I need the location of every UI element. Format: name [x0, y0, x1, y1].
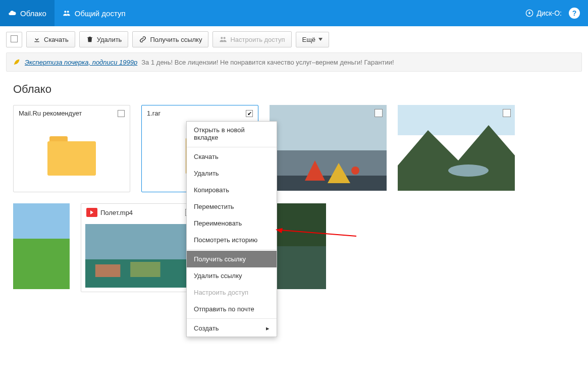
svg-point-10: [351, 167, 359, 175]
get-link-button[interactable]: Получить ссылку: [132, 31, 208, 47]
download-icon: [33, 35, 41, 43]
svg-rect-11: [398, 105, 515, 135]
svg-point-1: [67, 11, 69, 13]
svg-rect-15: [13, 239, 70, 289]
tile-video[interactable]: Полет.mp4: [81, 203, 198, 292]
tile-image-mountains[interactable]: [398, 105, 515, 192]
video-badge-icon: [86, 208, 97, 217]
tile-recommend-checkbox[interactable]: [118, 110, 125, 117]
thumb-mountains: [398, 105, 515, 191]
file-grid: Mail.Ru рекомендует 1.rar: [0, 105, 588, 292]
download-circle-icon: [525, 9, 533, 17]
trash-icon: [86, 35, 94, 43]
link-icon: [139, 35, 147, 43]
ad-banner: Экспертиза почерка, подписи 1999р За 1 д…: [6, 52, 582, 72]
ctx-get-link[interactable]: Получить ссылку: [187, 251, 277, 267]
tab-shared[interactable]: Общий доступ: [55, 0, 134, 26]
ctx-rename[interactable]: Переименовать: [187, 215, 277, 232]
tile-video-name: Полет.mp4: [86, 208, 133, 217]
disk-o-label: Диск-О:: [537, 9, 562, 17]
get-link-label: Получить ссылку: [150, 36, 202, 43]
svg-rect-5: [270, 105, 387, 150]
ctx-access[interactable]: Настроить доступ: [187, 284, 277, 292]
caret-down-icon: [318, 38, 323, 41]
ctx-move[interactable]: Переместить: [187, 198, 277, 215]
thumb-aerial: [85, 224, 193, 288]
download-button[interactable]: Скачать: [26, 31, 75, 47]
svg-rect-16: [85, 224, 193, 259]
svg-rect-14: [13, 203, 70, 239]
people-icon: [219, 35, 227, 43]
topbar: Облако Общий доступ Диск-О: ?: [0, 0, 588, 26]
tile-image-tents[interactable]: [270, 105, 387, 192]
thumb-field: [13, 203, 70, 289]
topbar-right: Диск-О: ?: [525, 8, 588, 19]
tile-tents-checkbox[interactable]: [375, 109, 383, 117]
folder-icon: [47, 136, 96, 176]
ctx-open-tab[interactable]: Открыть в новой вкладке: [187, 122, 277, 146]
svg-point-3: [221, 37, 223, 39]
tile-rar-checkbox[interactable]: [246, 110, 253, 117]
thumb-tents: [270, 105, 387, 191]
context-menu: Открыть в новой вкладке Скачать Удалить …: [186, 121, 277, 292]
ctx-delete[interactable]: Удалить: [187, 165, 277, 182]
disk-o-link[interactable]: Диск-О:: [525, 9, 562, 17]
ctx-copy[interactable]: Копировать: [187, 182, 277, 198]
tile-image-field[interactable]: [13, 203, 70, 292]
more-button[interactable]: Ещё: [296, 32, 330, 47]
svg-point-13: [448, 164, 489, 177]
download-label: Скачать: [44, 36, 69, 43]
help-button[interactable]: ?: [569, 8, 580, 19]
cloud-icon: [8, 9, 16, 17]
tile-rar-name: 1.rar: [147, 109, 161, 117]
ctx-remove-link[interactable]: Удалить ссылку: [187, 267, 277, 284]
svg-point-4: [224, 37, 226, 39]
ctx-download[interactable]: Скачать: [187, 148, 277, 165]
select-all-checkbox[interactable]: [6, 32, 22, 47]
svg-point-0: [64, 11, 66, 13]
tile-recommend-name: Mail.Ru рекомендует: [19, 109, 82, 117]
ctx-history[interactable]: Посмотреть историю: [187, 232, 277, 248]
tile-recommend[interactable]: Mail.Ru рекомендует: [13, 105, 130, 192]
tab-cloud-label: Облако: [20, 9, 46, 18]
tab-cloud[interactable]: Облако: [0, 0, 55, 26]
svg-rect-6: [270, 150, 387, 176]
access-label: Настроить доступ: [230, 36, 285, 43]
feather-icon: [13, 58, 21, 66]
page-title: Облако: [0, 76, 588, 105]
tab-shared-label: Общий доступ: [75, 9, 126, 18]
ad-link[interactable]: Экспертиза почерка, подписи 1999р: [25, 59, 137, 66]
tile-mountains-checkbox[interactable]: [503, 109, 511, 117]
more-label: Ещё: [302, 36, 316, 43]
toolbar: Скачать Удалить Получить ссылку Настроит…: [0, 26, 588, 52]
delete-button[interactable]: Удалить: [79, 31, 129, 47]
people-icon: [63, 9, 71, 17]
svg-rect-19: [130, 262, 160, 277]
svg-rect-18: [95, 264, 121, 277]
delete-label: Удалить: [97, 36, 122, 43]
ad-text: За 1 день! Все лицензии! Не понравится к…: [141, 59, 394, 66]
access-button[interactable]: Настроить доступ: [212, 31, 291, 47]
